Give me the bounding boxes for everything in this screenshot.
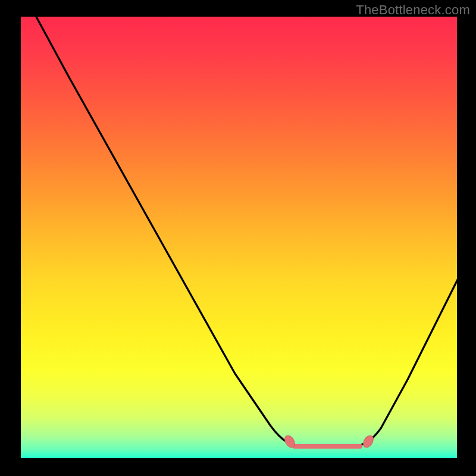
bottleneck-curve: [21, 17, 457, 458]
plot-area: [21, 17, 457, 458]
chart-frame: TheBottleneck.com: [0, 0, 476, 476]
curve-path: [30, 17, 457, 446]
watermark-text: TheBottleneck.com: [356, 2, 470, 18]
